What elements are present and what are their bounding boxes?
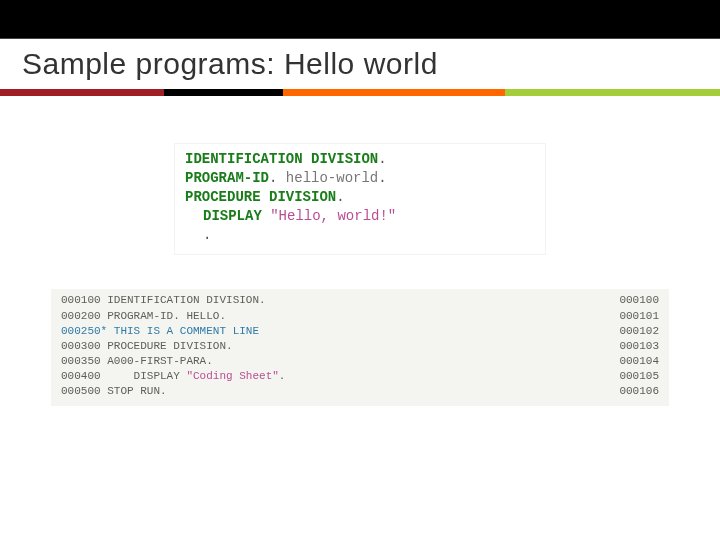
code-right: 000100 [619, 293, 659, 308]
top-black-band [0, 0, 720, 38]
punct: . [279, 370, 286, 382]
punct: . [336, 189, 344, 205]
identifier: hello-world [277, 170, 378, 186]
code-block-coding-sheet: 000100 IDENTIFICATION DIVISION. 000100 0… [51, 289, 669, 405]
code-right: 000103 [619, 339, 659, 354]
code-line: IDENTIFICATION DIVISION. [185, 150, 535, 169]
accent-maroon [0, 89, 164, 96]
code-line: DISPLAY "Hello, world!" [185, 207, 535, 226]
code-left: 000350 A000-FIRST-PARA. [61, 354, 213, 369]
keyword: PROCEDURE DIVISION [185, 189, 336, 205]
text: 000400 DISPLAY [61, 370, 186, 382]
keyword: PROGRAM-ID [185, 170, 269, 186]
punct: . [378, 151, 386, 167]
code-row: 000200 PROGRAM-ID. HELLO. 000101 [61, 309, 659, 324]
code-row: 000100 IDENTIFICATION DIVISION. 000100 [61, 293, 659, 308]
code-right: 000104 [619, 354, 659, 369]
code-row: 000250* THIS IS A COMMENT LINE 000102 [61, 324, 659, 339]
code-left: 000300 PROCEDURE DIVISION. [61, 339, 233, 354]
code-left: 000500 STOP RUN. [61, 384, 167, 399]
code-line: . [185, 226, 535, 245]
code-right: 000106 [619, 384, 659, 399]
code-left: 000400 DISPLAY "Coding Sheet". [61, 369, 285, 384]
accent-stripe [0, 89, 720, 96]
slide-title: Sample programs: Hello world [0, 47, 438, 81]
punct: . [378, 170, 386, 186]
accent-black [164, 89, 283, 96]
code-right: 000101 [619, 309, 659, 324]
content-area: IDENTIFICATION DIVISION. PROGRAM-ID. hel… [0, 96, 720, 406]
accent-orange [283, 89, 505, 96]
string-literal: "Hello, world!" [262, 208, 396, 224]
punct: . [203, 227, 211, 243]
keyword: IDENTIFICATION DIVISION [185, 151, 378, 167]
code-left-comment: 000250* THIS IS A COMMENT LINE [61, 324, 259, 339]
accent-green [505, 89, 720, 96]
title-bar: Sample programs: Hello world [0, 38, 720, 89]
code-left: 000100 IDENTIFICATION DIVISION. [61, 293, 266, 308]
code-line: PROGRAM-ID. hello-world. [185, 169, 535, 188]
code-right: 000105 [619, 369, 659, 384]
code-row: 000350 A000-FIRST-PARA. 000104 [61, 354, 659, 369]
string-literal: "Coding Sheet" [186, 370, 278, 382]
code-row: 000400 DISPLAY "Coding Sheet". 000105 [61, 369, 659, 384]
code-right: 000102 [619, 324, 659, 339]
code-row: 000500 STOP RUN. 000106 [61, 384, 659, 399]
code-row: 000300 PROCEDURE DIVISION. 000103 [61, 339, 659, 354]
code-block-hello-world: IDENTIFICATION DIVISION. PROGRAM-ID. hel… [175, 144, 545, 254]
keyword: DISPLAY [203, 208, 262, 224]
code-line: PROCEDURE DIVISION. [185, 188, 535, 207]
code-left: 000200 PROGRAM-ID. HELLO. [61, 309, 226, 324]
